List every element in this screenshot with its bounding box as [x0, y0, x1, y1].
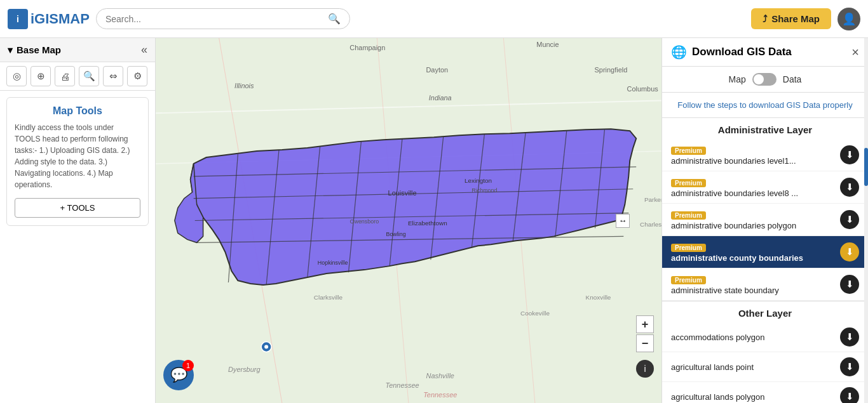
search-button[interactable]: 🔍 [328, 13, 341, 25]
chevron-down-icon: ▾ [8, 44, 13, 56]
svg-text:Elizabethtown: Elizabethtown [408, 220, 447, 227]
svg-text:Louisville: Louisville [388, 189, 417, 197]
svg-text:Dayton: Dayton [426, 66, 448, 74]
scrollbar-track[interactable] [864, 38, 868, 403]
tool-location[interactable]: ◎ [6, 66, 27, 86]
map-tools-title: Map Tools [15, 105, 140, 117]
layer-item-agr-polygon: agricultural lands polygon ⬇ [662, 382, 868, 403]
close-button[interactable]: × [851, 45, 859, 60]
map-svg: Louisville Lexington Richmond Owensboro … [156, 38, 661, 403]
download-button-agr-point[interactable]: ⬇ [840, 357, 859, 376]
other-section-title: Other Layer [662, 301, 868, 322]
download-button-adm1[interactable]: ⬇ [840, 145, 859, 164]
layer-item-state-boundary: Premium administrative state boundary ⬇ [662, 268, 868, 301]
tools-button[interactable]: + TOOLS [15, 198, 140, 218]
share-map-label: Share Map [771, 13, 820, 24]
svg-text:Hopkinsville: Hopkinsville [318, 260, 348, 266]
layer-item-adm1: Premium administrative boundaries level1… [662, 139, 868, 171]
right-panel-header: 🌐 Download GIS Data × [662, 38, 868, 67]
premium-badge: Premium [671, 276, 706, 284]
download-button-county[interactable]: ⬇ [840, 242, 859, 261]
layer-name: administrative boundaries polygon [671, 221, 835, 230]
layer-item-accommodations: accommodations polygon ⬇ [662, 322, 868, 352]
svg-text:Clarksville: Clarksville [314, 294, 343, 301]
info-icon: i [644, 364, 646, 374]
svg-text:Parkersburg: Parkersburg [644, 196, 661, 203]
map-tools-desc: Kindly access the tools under TOOLS head… [15, 122, 140, 190]
left-panel: ▾ Base Map « ◎ ⊕ 🖨 🔍 ⇔ ⚙ Map Tools Kindl… [0, 38, 156, 403]
follow-steps-text: Follow the steps to download GIS Data pr… [662, 93, 868, 118]
scrollbar-thumb [864, 148, 868, 186]
svg-text:Illinois: Illinois [234, 82, 254, 89]
map-tools-card: Map Tools Kindly access the tools under … [6, 97, 149, 226]
search-bar: 🔍 [96, 8, 350, 29]
map-container: Louisville Lexington Richmond Owensboro … [156, 38, 661, 403]
base-map-label: Base Map [17, 44, 61, 55]
tool-expand[interactable]: ⇔ [103, 66, 123, 86]
premium-badge: Premium [671, 244, 706, 252]
svg-text:Nashville: Nashville [426, 372, 454, 380]
toggle-data-label: Data [783, 74, 802, 84]
share-icon: ⤴ [763, 13, 768, 24]
svg-text:Richmond: Richmond [471, 187, 497, 194]
svg-text:Bowling: Bowling [386, 231, 405, 237]
svg-text:Charleston: Charleston [640, 221, 661, 228]
svg-text:Muncie: Muncie [536, 41, 559, 48]
download-button-accommodations[interactable]: ⬇ [840, 327, 859, 347]
layer-name: administrative state boundary [671, 286, 835, 295]
svg-text:Cookeville: Cookeville [520, 310, 550, 317]
svg-text:Tennessee: Tennessee [385, 381, 419, 389]
svg-point-44 [264, 345, 268, 349]
map-background: Louisville Lexington Richmond Owensboro … [156, 38, 661, 403]
toggle-row: Map Data [662, 67, 868, 93]
logo-text: iGISMAP [31, 11, 90, 27]
share-map-button[interactable]: ⤴ Share Map [751, 8, 831, 29]
layer-item-admpolygon: Premium administrative boundaries polygo… [662, 204, 868, 236]
map-toolbar: ◎ ⊕ 🖨 🔍 ⇔ ⚙ [0, 62, 155, 91]
layer-item-county-boundaries[interactable]: Premium administrative county boundaries… [662, 236, 868, 268]
premium-badge: Premium [671, 179, 706, 187]
map-canvas[interactable]: Louisville Lexington Richmond Owensboro … [156, 38, 661, 403]
premium-badge: Premium [671, 147, 706, 155]
toggle-map-label: Map [729, 74, 746, 84]
download-button-admpolygon[interactable]: ⬇ [840, 210, 859, 229]
tool-zoom[interactable]: 🔍 [79, 66, 99, 86]
layer-item-agr-point: agricultural lands point ⬇ [662, 352, 868, 382]
layer-name: administrative boundaries level1... [671, 156, 835, 166]
svg-text:Champaign: Champaign [349, 44, 385, 51]
svg-text:Indiana: Indiana [429, 94, 452, 102]
right-panel-title-text: Download GIS Data [692, 46, 792, 58]
download-button-state[interactable]: ⬇ [840, 275, 859, 294]
zoom-out-button[interactable]: − [636, 334, 654, 352]
info-button[interactable]: i [636, 360, 654, 378]
map-data-toggle[interactable] [752, 73, 776, 86]
svg-text:Tennessee: Tennessee [423, 391, 457, 399]
globe-icon: 🌐 [671, 44, 687, 60]
svg-text:Owensboro: Owensboro [349, 218, 379, 225]
tool-options[interactable]: ⚙ [127, 66, 147, 86]
premium-badge: Premium [671, 211, 706, 220]
app-header: i iGISMAP 🔍 ⤴ Share Map 👤 [0, 0, 868, 38]
zoom-in-button[interactable]: + [636, 315, 654, 333]
svg-text:Dyersburg: Dyersburg [228, 366, 260, 373]
main-area: ▾ Base Map « ◎ ⊕ 🖨 🔍 ⇔ ⚙ Map Tools Kindl… [0, 38, 868, 403]
layer-name: accommodations polygon [671, 333, 835, 342]
tool-crosshair[interactable]: ⊕ [31, 66, 51, 86]
download-button-adm8[interactable]: ⬇ [840, 178, 859, 197]
svg-text:Knoxville: Knoxville [586, 294, 611, 301]
expand-button[interactable]: ↔ [616, 214, 630, 228]
administrative-section-title: Administrative Layer [662, 118, 868, 139]
chat-badge: 1 [182, 360, 194, 371]
user-avatar[interactable]: 👤 [837, 8, 860, 30]
chat-button[interactable]: 💬 1 [163, 360, 194, 390]
svg-text:Columbus: Columbus [627, 85, 659, 93]
download-button-agr-polygon[interactable]: ⬇ [840, 387, 859, 403]
search-input[interactable] [105, 14, 328, 24]
svg-text:Springfield: Springfield [595, 66, 628, 74]
base-map-toggle[interactable]: ▾ Base Map « [0, 38, 155, 62]
svg-text:Lexington: Lexington [465, 177, 492, 184]
layer-name-county: administrative county boundaries [671, 253, 835, 263]
logo-link[interactable]: i iGISMAP [8, 9, 90, 29]
layer-name: agricultural lands point [671, 362, 835, 372]
tool-print[interactable]: 🖨 [55, 66, 75, 86]
